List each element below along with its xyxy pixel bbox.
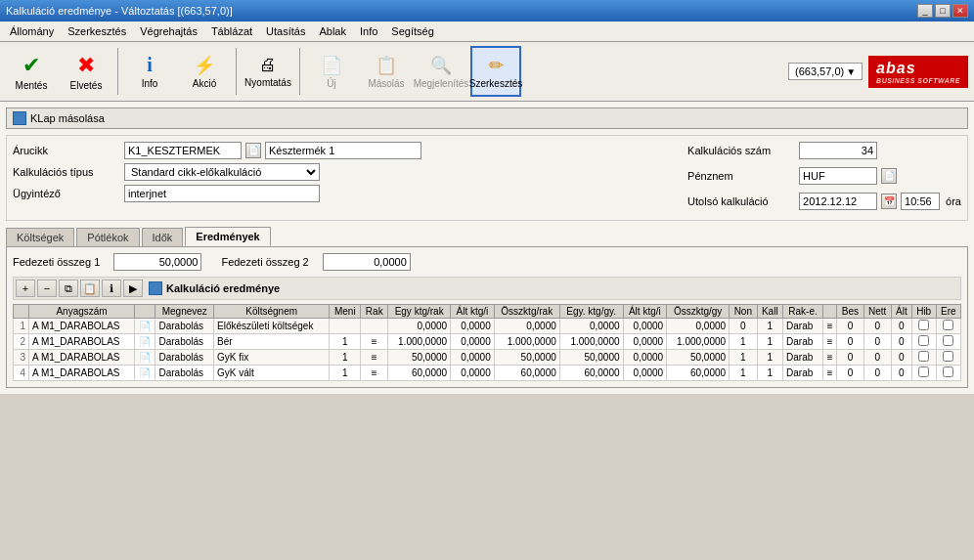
menu-szerkesztés[interactable]: Szerkesztés	[62, 23, 132, 39]
cell-icon2: ≡	[822, 334, 836, 350]
cell-egy-ktg-rak: 60,0000	[388, 366, 451, 381]
kalkulációs-típus-row: Kalkulációs típus Standard cikk-előkalku…	[13, 163, 668, 181]
coord-box[interactable]: (663,57,0) ▼	[788, 63, 863, 80]
fedezeti-összeg-2-input[interactable]	[323, 253, 411, 271]
kalkulációs-szám-label: Kalkulációs szám	[687, 145, 795, 156]
árucikk-name-input[interactable]	[265, 142, 421, 159]
cell-rak-e: Darab	[783, 319, 823, 334]
close-button[interactable]: ✕	[952, 4, 968, 18]
elvetés-button[interactable]: ✖ Elvetés	[61, 46, 111, 97]
grid-toolbar-icon	[149, 281, 162, 295]
cell-alt-ktg-i: 0,0000	[451, 319, 495, 334]
menu-info[interactable]: Info	[354, 23, 383, 39]
info-button[interactable]: i Info	[124, 46, 175, 97]
cell-non: 1	[730, 366, 757, 381]
cell-alt: 0	[891, 350, 911, 366]
cell-egy-ktg-gy: 1.000,0000	[559, 334, 623, 350]
grid-delete-button[interactable]: −	[37, 280, 57, 297]
kalkulációs-típus-label: Kalkulációs típus	[13, 166, 120, 178]
cell-icon1: 📄	[135, 334, 155, 350]
restore-button[interactable]: □	[935, 4, 951, 18]
cell-egy-ktg-gy: 0,0000	[559, 319, 623, 334]
megjelenítés-label: Megjelenítés	[414, 78, 469, 89]
menu-ablak[interactable]: Ablak	[313, 23, 352, 39]
grid-info-button[interactable]: ℹ	[102, 280, 121, 297]
cell-kall: 1	[757, 366, 783, 381]
menu-végrehajtás[interactable]: Végrehajtás	[134, 23, 203, 39]
fedezeti-összeg-2-label: Fedezeti összeg 2	[221, 256, 308, 268]
tab-költségek[interactable]: Költségek	[6, 228, 74, 246]
separator-1	[117, 48, 118, 95]
form-left-col: Árucikk 📄 Kalkulációs típus Standard cik…	[13, 142, 668, 214]
table-row[interactable]: 2A M1_DARABOLAS📄DarabolásBér1≡1.000,0000…	[14, 334, 961, 350]
grid-more-button[interactable]: ▶	[123, 280, 143, 297]
szerkesztés-button[interactable]: ✏ Szerkesztés	[470, 46, 521, 97]
cell-icon2: ≡	[822, 319, 836, 334]
separator-3	[299, 48, 300, 95]
grid-paste-button[interactable]: 📋	[80, 280, 100, 297]
minimize-button[interactable]: _	[917, 4, 933, 18]
fedezeti-összeg-1-input[interactable]	[113, 253, 201, 271]
table-row[interactable]: 4A M1_DARABOLAS📄DarabolásGyK vált1≡60,00…	[14, 366, 961, 381]
table-row[interactable]: 3A M1_DARABOLAS📄DarabolásGyK fix1≡50,000…	[14, 350, 961, 366]
cell-icon1: 📄	[135, 350, 155, 366]
toolbar: ✔ Mentés ✖ Elvetés i Info ⚡ Akció 🖨 Nyom…	[0, 42, 974, 102]
col-összktg-rak: Összktg/rak	[494, 305, 559, 319]
új-label: Új	[327, 78, 335, 89]
cell-összktg-rak: 1.000,0000	[494, 334, 559, 350]
cell-anyagszám: A M1_DARABOLAS	[29, 334, 135, 350]
kalkulációs-szám-input[interactable]	[799, 142, 877, 159]
szerkesztés-label: Szerkesztés	[469, 78, 522, 89]
menu-utasítás[interactable]: Utasítás	[260, 23, 311, 39]
cell-icon1: 📄	[135, 366, 155, 381]
table-row[interactable]: 1A M1_DARABOLAS📄DarabolásElőkészületi kö…	[14, 319, 961, 334]
cell-rak: ≡	[361, 334, 388, 350]
cell-non: 1	[730, 334, 757, 350]
menu-állomány[interactable]: Állomány	[4, 23, 60, 39]
kalkulációs-típus-select[interactable]: Standard cikk-előkalkuláció	[124, 163, 320, 181]
title-bar: Kalkuláció eredménye - Változtatás [(663…	[0, 0, 974, 22]
cell-költségnem: Bér	[214, 334, 330, 350]
info-icon: i	[147, 54, 153, 76]
tab-idők[interactable]: Idők	[142, 228, 184, 246]
col-alt-ktg-i: Ált ktg/i	[451, 305, 495, 319]
cell-bes: 0	[837, 366, 863, 381]
col-ere: Ere	[936, 305, 961, 319]
coord-dropdown[interactable]: ▼	[846, 66, 856, 77]
akció-button[interactable]: ⚡ Akció	[179, 46, 230, 97]
cell-meni: 1	[330, 334, 361, 350]
cell-nett: 0	[863, 366, 891, 381]
abas-sub: BUSINESS SOFTWARE	[876, 77, 960, 84]
utolsó-kalkuláció-time-input[interactable]	[901, 193, 940, 210]
tab-pótlékok[interactable]: Pótlékok	[76, 228, 139, 246]
col-bes: Bes	[837, 305, 863, 319]
ügyintéző-input[interactable]	[124, 185, 320, 202]
pénznem-lookup-button[interactable]: 📄	[881, 168, 897, 184]
grid-add-button[interactable]: +	[16, 280, 35, 297]
col-kall: Kall	[757, 305, 783, 319]
toolbar-right: (663,57,0) ▼ abas BUSINESS SOFTWARE	[788, 56, 968, 88]
árucikk-lookup-button[interactable]: 📄	[245, 143, 261, 158]
pénznem-input[interactable]	[799, 167, 877, 185]
cell-egy-ktg-gy: 50,0000	[559, 350, 623, 366]
tab-content: Fedezeti összeg 1 Fedezeti összeg 2 + − …	[6, 246, 968, 388]
utolsó-kalkuláció-date-input[interactable]	[799, 193, 877, 210]
nyomtatás-button[interactable]: 🖨 Nyomtatás	[243, 46, 293, 97]
menu-táblázat[interactable]: Táblázat	[205, 23, 258, 39]
grid-copy-button[interactable]: ⧉	[59, 280, 78, 297]
árucikk-code-input[interactable]	[124, 142, 242, 159]
mentés-icon: ✔	[22, 53, 40, 78]
mentés-button[interactable]: ✔ Mentés	[6, 46, 57, 97]
szerkesztés-icon: ✏	[489, 55, 504, 76]
menu-segítség[interactable]: Segítség	[385, 23, 439, 39]
nyomtatás-label: Nyomtatás	[244, 77, 291, 88]
col-rak-e: Rak-e.	[783, 305, 823, 319]
utolsó-kalkuláció-calendar-button[interactable]: 📅	[881, 194, 897, 209]
cell-megnevez: Darabolás	[155, 350, 214, 366]
fedezeti-összeg-2-field: Fedezeti összeg 2	[221, 253, 410, 271]
cell-kall: 1	[757, 334, 783, 350]
cell-anyagszám: A M1_DARABOLAS	[29, 350, 135, 366]
cell-non: 0	[730, 319, 757, 334]
abas-logo: abas BUSINESS SOFTWARE	[868, 56, 968, 88]
tab-eredmények[interactable]: Eredmények	[185, 227, 270, 246]
